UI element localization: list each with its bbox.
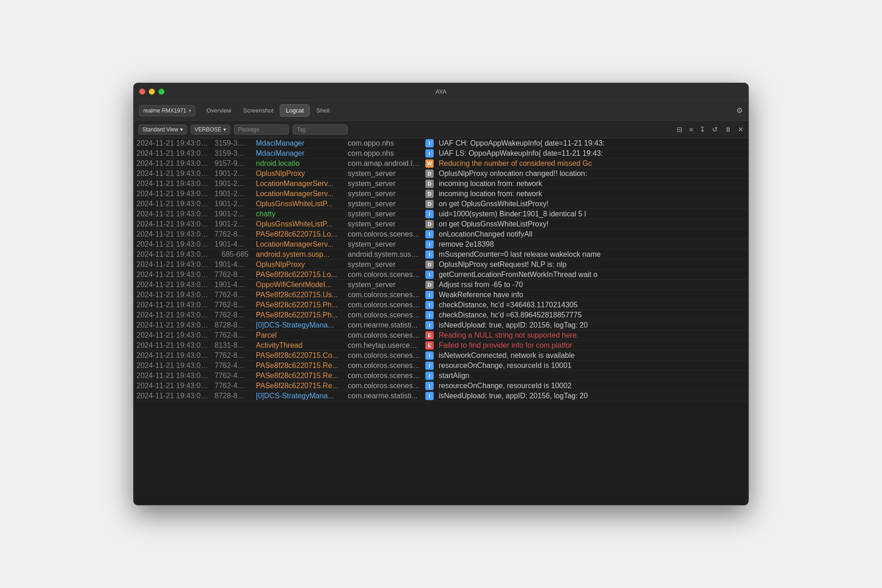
close-button[interactable] (139, 89, 145, 95)
close-icon[interactable]: ✕ (738, 125, 744, 134)
log-row[interactable]: 2024-11-21 19:43:01.923 1901-2975 OplusG… (134, 199, 748, 209)
toolbar: realme RMX1971 ▾ Overview Screenshot Log… (134, 101, 748, 121)
log-row[interactable]: 2024-11-21 19:43:01.937 1901-2975 chatty… (134, 209, 748, 219)
log-timestamp: 2024-11-21 19:43:01.953 (134, 281, 212, 289)
pause-icon[interactable]: ⏸ (724, 125, 731, 133)
log-row[interactable]: 2024-11-21 19:43:01.815 3159-3159 MdaciM… (134, 138, 748, 148)
log-level-cell: I (423, 362, 436, 370)
log-message: isNetworkConnected, network is available (436, 351, 748, 360)
log-level-badge: I (425, 210, 434, 218)
log-row[interactable]: 2024-11-21 19:43:01.983 8728-8909 [0]DCS… (134, 320, 748, 330)
log-level-cell: I (423, 321, 436, 329)
log-row[interactable]: 2024-11-21 19:43:01.948 1901-4949 OplusN… (134, 260, 748, 270)
log-tag: PASe8f28c6220715.Re... (253, 382, 345, 390)
maximize-button[interactable] (158, 89, 164, 95)
log-tag: PASe8f28c6220715.Lo... (253, 271, 345, 279)
log-row[interactable]: 2024-11-21 19:43:01.947 685-685 android.… (134, 249, 748, 260)
log-message: Failed to find provider info for com.pla… (436, 341, 748, 350)
log-pid: 8728-8909 (212, 321, 253, 329)
tag-input[interactable] (293, 124, 348, 135)
log-message: UAF CH: OppoAppWakeupInfo{ date=11-21 19… (436, 139, 748, 147)
chevron-down-icon: ▾ (180, 126, 183, 133)
log-timestamp: 2024-11-21 19:43:02.001 (134, 341, 212, 350)
package-input[interactable] (234, 124, 289, 135)
log-row[interactable]: 2024-11-21 19:43:01.987 7762-8374 Parcel… (134, 330, 748, 340)
log-row[interactable]: 2024-11-21 19:43:01.948 7762-8374 PASe8f… (134, 270, 748, 280)
log-timestamp: 2024-11-21 19:43:01.948 (134, 260, 212, 269)
log-message: uid=1000(system) Binder:1901_8 identical… (436, 210, 748, 218)
log-tag: MdaciManager (253, 149, 345, 158)
log-row[interactable]: 2024-11-21 19:43:02.100 8728-8909 [0]DCS… (134, 391, 748, 401)
log-pid: 3159-3159 (212, 149, 253, 158)
log-row[interactable]: 2024-11-21 19:43:01.923 1901-2975 Locati… (134, 189, 748, 199)
log-package: com.nearme.statisti... (345, 321, 423, 329)
log-row[interactable]: 2024-11-21 19:43:02.001 8131-8150 Activi… (134, 340, 748, 351)
log-row[interactable]: 2024-11-21 19:43:01.940 1901-2975 OplusG… (134, 219, 748, 229)
log-level-cell: W (423, 159, 436, 168)
log-tag: android.system.susp... (253, 250, 345, 259)
log-pid: 8131-8150 (212, 341, 253, 350)
view-selector[interactable]: Standard View ▾ (138, 124, 187, 135)
sort-icon[interactable]: ↧ (700, 125, 706, 134)
log-pid: 8728-8909 (212, 392, 253, 400)
log-row[interactable]: 2024-11-21 19:43:01.922 1901-2975 Locati… (134, 179, 748, 189)
log-row[interactable]: 2024-11-21 19:43:01.972 7762-8374 PASe8f… (134, 300, 748, 310)
log-row[interactable]: 2024-11-21 19:43:02.095 7762-4945 PASe8f… (134, 371, 748, 381)
log-pid: 7762-4945 (212, 372, 253, 380)
log-row[interactable]: 2024-11-21 19:43:01.911 9157-9193 ndroid… (134, 158, 748, 169)
log-tag: PASe8f28c6220715.Re... (253, 372, 345, 380)
tab-screenshot[interactable]: Screenshot (238, 105, 279, 116)
refresh-icon[interactable]: ↺ (712, 125, 718, 134)
log-level-badge: E (425, 341, 434, 350)
log-pid: 1901-2975 (212, 220, 253, 228)
log-tag: LocationManagerServ... (253, 190, 345, 198)
action-icons: ⊟ ≡ ↧ ↺ ⏸ ✕ (677, 125, 744, 134)
log-level-badge: I (425, 139, 434, 147)
settings-icon[interactable]: ⚙ (736, 106, 743, 115)
log-package: com.coloros.scenese... (345, 372, 423, 380)
log-package: com.coloros.scenese... (345, 301, 423, 309)
log-level-cell: I (423, 372, 436, 380)
save-icon[interactable]: ⊟ (677, 125, 683, 134)
device-selector[interactable]: realme RMX1971 ▾ (139, 105, 195, 116)
log-level-badge: D (425, 220, 434, 228)
log-row[interactable]: 2024-11-21 19:43:01.922 1901-2975 OplusN… (134, 169, 748, 179)
tab-logcat[interactable]: Logcat (280, 104, 310, 117)
log-level-badge: I (425, 240, 434, 249)
log-row[interactable]: 2024-11-21 19:43:01.945 7762-8380 PASe8f… (134, 229, 748, 239)
log-timestamp: 2024-11-21 19:43:01.969 (134, 291, 212, 299)
log-message: startAlign (436, 372, 748, 380)
log-tag: OplusNlpProxy (253, 260, 345, 269)
chevron-down-icon: ▾ (189, 108, 191, 113)
log-pid: 7762-8374 (212, 331, 253, 339)
level-selector[interactable]: VERBOSE ▾ (191, 124, 230, 135)
log-row[interactable]: 2024-11-21 19:43:01.946 1901-4949 Locati… (134, 239, 748, 249)
log-package: com.heytap.usercent... (345, 341, 423, 350)
log-tag: MdaciManager (253, 139, 345, 147)
log-timestamp: 2024-11-21 19:43:01.983 (134, 321, 212, 329)
log-container: 2024-11-21 19:43:01.815 3159-3159 MdaciM… (134, 138, 748, 505)
log-level-cell: D (423, 281, 436, 289)
log-pid: 1901-2975 (212, 190, 253, 198)
log-row[interactable]: 2024-11-21 19:43:02.093 7762-8374 PASe8f… (134, 351, 748, 361)
log-table: 2024-11-21 19:43:01.815 3159-3159 MdaciM… (134, 138, 748, 401)
log-message: onLocationChanged notifyAll (436, 230, 748, 238)
filter-icon[interactable]: ≡ (689, 125, 693, 133)
tab-shell[interactable]: Shell (311, 105, 335, 116)
minimize-button[interactable] (149, 89, 155, 95)
log-timestamp: 2024-11-21 19:43:02.100 (134, 392, 212, 400)
log-row[interactable]: 2024-11-21 19:43:01.815 3159-3159 MdaciM… (134, 148, 748, 158)
log-row[interactable]: 2024-11-21 19:43:01.969 7762-8374 PASe8f… (134, 290, 748, 300)
log-message: Reducing the number of considered missed… (436, 159, 748, 168)
log-row[interactable]: 2024-11-21 19:43:02.094 7762-4945 PASe8f… (134, 361, 748, 371)
log-row[interactable]: 2024-11-21 19:43:01.973 7762-8374 PASe8f… (134, 310, 748, 320)
log-package: com.coloros.scenese... (345, 291, 423, 299)
log-timestamp: 2024-11-21 19:43:01.940 (134, 220, 212, 228)
log-pid: 7762-4944 (212, 382, 253, 390)
log-row[interactable]: 2024-11-21 19:43:01.953 1901-4949 OppoWi… (134, 280, 748, 290)
log-timestamp: 2024-11-21 19:43:01.937 (134, 210, 212, 218)
log-package: system_server (345, 260, 423, 269)
log-row[interactable]: 2024-11-21 19:43:02.095 7762-4944 PASe8f… (134, 381, 748, 391)
log-message: resourceOnChange, resourceId is 10002 (436, 382, 748, 390)
tab-overview[interactable]: Overview (201, 105, 237, 116)
